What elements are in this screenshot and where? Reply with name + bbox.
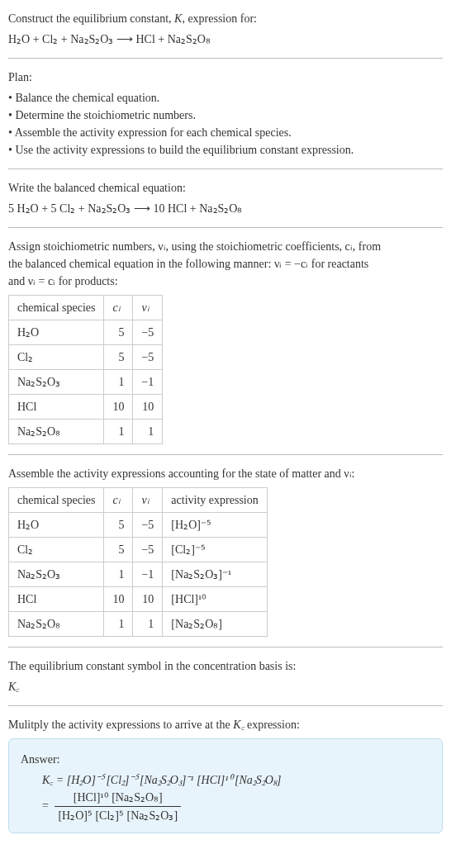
cell-vi: −5 [133, 538, 163, 562]
cell-vi: 1 [133, 420, 163, 444]
plan-bullet: • Use the activity expressions to build … [8, 141, 443, 159]
cell-species: H₂O [9, 320, 104, 345]
answer-label: Answer: [21, 751, 430, 768]
col-ci: cᵢ [104, 296, 133, 320]
plan-bullet: • Determine the stoichiometric numbers. [8, 107, 443, 124]
plan-header: Plan: [8, 69, 443, 86]
symbol: K꜀ [8, 678, 443, 695]
prompt-line-1: Construct the equilibrium constant, K, e… [8, 10, 443, 27]
answer-expression: K꜀ = [H₂O]⁻⁵ [Cl₂]⁻⁵ [Na₂S₂O₃]⁻¹ [HCl]¹⁰… [42, 771, 430, 824]
cell-vi: 10 [133, 395, 163, 420]
cell-ci: 10 [104, 395, 133, 420]
assemble-text: Assemble the activity expressions accoun… [8, 465, 443, 482]
cell-species: Na₂S₂O₈ [9, 420, 104, 444]
cell-species: Na₂S₂O₃ [9, 370, 104, 395]
cell-vi: −5 [133, 513, 163, 538]
table-row: H₂O 5 −5 [H₂O]⁻⁵ [9, 513, 268, 538]
cell-activity: [HCl]¹⁰ [163, 587, 267, 612]
answer-line-1: K꜀ = [H₂O]⁻⁵ [Cl₂]⁻⁵ [Na₂S₂O₃]⁻¹ [HCl]¹⁰… [42, 771, 430, 789]
assign-text: the balanced chemical equation in the fo… [8, 255, 443, 273]
cell-ci: 5 [104, 345, 133, 370]
cell-species: HCl [9, 395, 104, 420]
cell-ci: 10 [104, 587, 133, 612]
cell-species: HCl [9, 587, 104, 612]
cell-ci: 5 [104, 538, 133, 562]
balanced-prompt: Write the balanced chemical equation: [8, 179, 443, 197]
answer-kc: K꜀ = [H₂O]⁻⁵ [Cl₂]⁻⁵ [Na₂S₂O₃]⁻¹ [HCl]¹⁰… [42, 774, 281, 786]
table-header-row: chemical species cᵢ νᵢ activity expressi… [9, 488, 268, 513]
cell-species: H₂O [9, 513, 104, 538]
cell-vi: −5 [133, 345, 163, 370]
cell-activity: [H₂O]⁻⁵ [163, 513, 267, 538]
fraction-numerator: [HCl]¹⁰ [Na₂S₂O₈] [55, 789, 181, 807]
answer-eq-prefix: = [42, 799, 51, 812]
answer-box: Answer: K꜀ = [H₂O]⁻⁵ [Cl₂]⁻⁵ [Na₂S₂O₃]⁻¹… [8, 738, 443, 833]
unbalanced-equation: H₂O + Cl₂ + Na₂S₂O₃ ⟶ HCl + Na₂S₂O₈ [8, 31, 443, 48]
col-vi: νᵢ [133, 296, 163, 320]
cell-ci: 5 [104, 320, 133, 345]
col-species: chemical species [9, 296, 104, 320]
cell-ci: 1 [104, 370, 133, 395]
col-activity: activity expression [163, 488, 267, 513]
plan-bullet: • Balance the chemical equation. [8, 89, 443, 107]
cell-activity: [Na₂S₂O₈] [163, 612, 267, 637]
activity-table: chemical species cᵢ νᵢ activity expressi… [8, 487, 268, 637]
divider [8, 454, 443, 455]
table-row: HCl 10 10 [HCl]¹⁰ [9, 587, 268, 612]
cell-ci: 1 [104, 612, 133, 637]
plan-bullet: • Assemble the activity expression for e… [8, 124, 443, 141]
multiply-text: Mulitply the activity expressions to arr… [8, 716, 443, 733]
divider [8, 227, 443, 228]
table-row: Cl₂ 5 −5 [Cl₂]⁻⁵ [9, 538, 268, 562]
table-header-row: chemical species cᵢ νᵢ [9, 296, 163, 320]
cell-vi: −1 [133, 562, 163, 587]
table-row: H₂O 5 −5 [9, 320, 163, 345]
answer-line-2: = [HCl]¹⁰ [Na₂S₂O₈] [H₂O]⁵ [Cl₂]⁵ [Na₂S₂… [42, 789, 430, 824]
col-vi: νᵢ [133, 488, 163, 513]
symbol-text: The equilibrium constant symbol in the c… [8, 657, 443, 675]
cell-vi: 1 [133, 612, 163, 637]
table-row: HCl 10 10 [9, 395, 163, 420]
balanced-equation: 5 H₂O + 5 Cl₂ + Na₂S₂O₃ ⟶ 10 HCl + Na₂S₂… [8, 200, 443, 217]
col-species: chemical species [9, 488, 104, 513]
cell-species: Na₂S₂O₈ [9, 612, 104, 637]
assign-text: Assign stoichiometric numbers, νᵢ, using… [8, 238, 443, 255]
divider [8, 705, 443, 706]
cell-activity: [Na₂S₂O₃]⁻¹ [163, 562, 267, 587]
divider [8, 168, 443, 169]
cell-ci: 1 [104, 420, 133, 444]
cell-vi: −5 [133, 320, 163, 345]
cell-species: Na₂S₂O₃ [9, 562, 104, 587]
answer-fraction: [HCl]¹⁰ [Na₂S₂O₈] [H₂O]⁵ [Cl₂]⁵ [Na₂S₂O₃… [55, 789, 181, 824]
table-row: Na₂S₂O₈ 1 1 [9, 420, 163, 444]
assign-text: and νᵢ = cᵢ for products: [8, 273, 443, 290]
table-row: Cl₂ 5 −5 [9, 345, 163, 370]
cell-vi: −1 [133, 370, 163, 395]
cell-activity: [Cl₂]⁻⁵ [163, 538, 267, 562]
cell-ci: 5 [104, 513, 133, 538]
cell-ci: 1 [104, 562, 133, 587]
cell-vi: 10 [133, 587, 163, 612]
cell-species: Cl₂ [9, 345, 104, 370]
table-row: Na₂S₂O₃ 1 −1 [9, 370, 163, 395]
cell-species: Cl₂ [9, 538, 104, 562]
divider [8, 58, 443, 59]
prompt-text: Construct the equilibrium constant, K, e… [8, 12, 257, 25]
table-row: Na₂S₂O₃ 1 −1 [Na₂S₂O₃]⁻¹ [9, 562, 268, 587]
fraction-denominator: [H₂O]⁵ [Cl₂]⁵ [Na₂S₂O₃] [55, 807, 181, 824]
divider [8, 647, 443, 647]
col-ci: cᵢ [104, 488, 133, 513]
table-row: Na₂S₂O₈ 1 1 [Na₂S₂O₈] [9, 612, 268, 637]
stoich-table: chemical species cᵢ νᵢ H₂O 5 −5 Cl₂ 5 −5… [8, 295, 163, 444]
